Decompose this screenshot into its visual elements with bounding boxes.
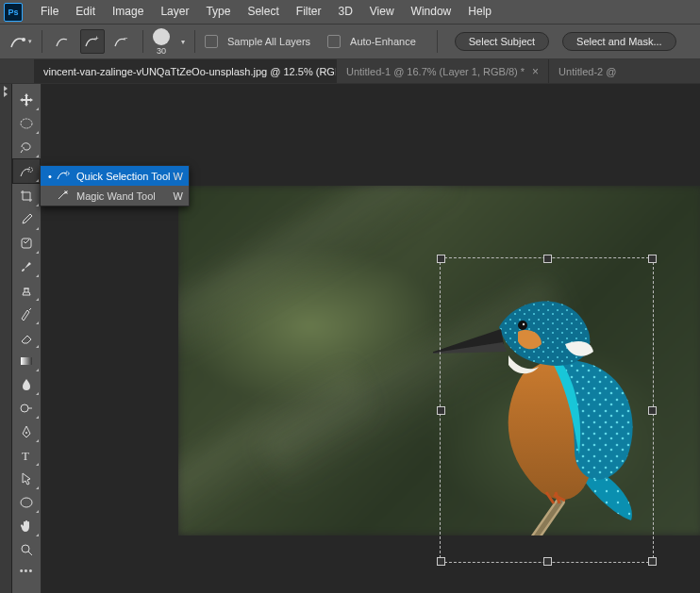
handle-w[interactable] xyxy=(437,406,445,415)
workspace: T ••• xyxy=(0,84,700,593)
menu-window[interactable]: Window xyxy=(403,0,460,24)
eyedropper-tool[interactable] xyxy=(13,207,40,231)
tab-label: Untitled-2 @ xyxy=(558,66,616,77)
brush-tool[interactable] xyxy=(13,255,40,278)
handle-ne[interactable] xyxy=(648,255,657,263)
flyout-item-magic-wand[interactable]: Magic Wand Tool W xyxy=(41,186,189,206)
tab-document-1[interactable]: Untitled-1 @ 16.7% (Layer 1, RGB/8) * × xyxy=(337,59,549,83)
lasso-tool[interactable] xyxy=(13,135,40,158)
quick-selection-tool[interactable] xyxy=(12,158,41,184)
add-to-selection-icon[interactable]: + xyxy=(80,29,105,54)
transform-bounding-box[interactable] xyxy=(440,257,654,563)
menu-filter[interactable]: Filter xyxy=(288,0,330,24)
eraser-tool[interactable] xyxy=(13,325,40,349)
crop-tool[interactable] xyxy=(13,184,40,207)
options-bar: ▾ + − 30 ▾ Sample All Layers Auto-Enhanc… xyxy=(0,24,700,59)
tab-document-0[interactable]: vincent-van-zalinge-vUNQaTtZeOo-unsplash… xyxy=(34,59,337,83)
handle-sw[interactable] xyxy=(437,557,445,566)
svg-text:−: − xyxy=(124,35,128,42)
flyout-shortcut: W xyxy=(174,171,183,182)
menu-image[interactable]: Image xyxy=(104,0,152,24)
svg-point-3 xyxy=(21,119,32,128)
menu-type[interactable]: Type xyxy=(197,0,239,24)
magic-wand-icon xyxy=(56,189,71,203)
hand-tool[interactable] xyxy=(13,514,40,537)
close-icon[interactable]: × xyxy=(532,65,539,78)
auto-enhance-checkbox[interactable] xyxy=(327,35,341,48)
healing-brush-tool[interactable] xyxy=(13,231,40,255)
tool-flyout: • Quick Selection Tool W Magic Wand Tool… xyxy=(40,165,190,206)
menu-file[interactable]: File xyxy=(32,0,67,24)
sample-all-layers-checkbox[interactable] xyxy=(205,35,218,48)
svg-text:T: T xyxy=(22,449,29,462)
svg-point-7 xyxy=(21,404,28,412)
flyout-label: Magic Wand Tool xyxy=(76,190,156,202)
path-selection-tool[interactable] xyxy=(13,467,40,490)
flyout-shortcut: W xyxy=(174,190,183,202)
ps-logo: Ps xyxy=(4,3,23,22)
clone-stamp-tool[interactable] xyxy=(13,278,40,302)
marquee-tool[interactable] xyxy=(13,111,40,135)
new-selection-icon[interactable] xyxy=(52,30,75,53)
handle-nw[interactable] xyxy=(437,255,445,263)
history-brush-tool[interactable] xyxy=(13,302,40,325)
svg-rect-5 xyxy=(22,239,31,248)
tab-label: vincent-van-zalinge-vUNQaTtZeOo-unsplash… xyxy=(43,66,337,77)
flyout-item-quick-selection[interactable]: • Quick Selection Tool W xyxy=(41,166,189,186)
active-dot-icon: • xyxy=(46,171,54,182)
menu-help[interactable]: Help xyxy=(459,0,500,24)
menu-edit[interactable]: Edit xyxy=(67,0,104,24)
menu-3d[interactable]: 3D xyxy=(329,0,360,24)
svg-point-11 xyxy=(22,545,29,552)
dodge-tool[interactable] xyxy=(13,396,40,420)
svg-point-10 xyxy=(21,498,32,507)
blur-tool[interactable] xyxy=(13,372,40,396)
handle-se[interactable] xyxy=(648,557,657,566)
document-tabs: vincent-van-zalinge-vUNQaTtZeOo-unsplash… xyxy=(0,59,700,83)
select-and-mask-button[interactable]: Select and Mask... xyxy=(562,32,676,51)
menu-layer[interactable]: Layer xyxy=(152,0,197,24)
quick-selection-icon xyxy=(56,170,71,183)
menu-view[interactable]: View xyxy=(361,0,403,24)
brush-picker[interactable]: 30 xyxy=(153,28,170,56)
subtract-from-selection-icon[interactable]: − xyxy=(110,30,133,53)
svg-point-8 xyxy=(25,432,27,434)
sample-all-layers-label: Sample All Layers xyxy=(227,36,310,47)
toolbox: T ••• xyxy=(12,84,42,593)
type-tool[interactable]: T xyxy=(13,443,40,467)
tab-document-2[interactable]: Untitled-2 @ xyxy=(549,59,700,83)
menu-select[interactable]: Select xyxy=(239,0,287,24)
svg-text:+: + xyxy=(94,35,99,42)
menubar: Ps File Edit Image Layer Type Select Fil… xyxy=(0,0,700,24)
auto-enhance-label: Auto-Enhance xyxy=(350,36,416,47)
zoom-tool[interactable] xyxy=(13,537,40,561)
gradient-tool[interactable] xyxy=(13,349,40,372)
pen-tool[interactable] xyxy=(13,420,40,443)
current-tool-icon[interactable]: ▾ xyxy=(9,30,32,53)
handle-s[interactable] xyxy=(543,557,552,566)
collapsed-panel-dock[interactable] xyxy=(0,84,12,593)
flyout-label: Quick Selection Tool xyxy=(76,171,170,182)
tab-label: Untitled-1 @ 16.7% (Layer 1, RGB/8) * xyxy=(346,66,525,77)
edit-toolbar-button[interactable]: ••• xyxy=(12,561,41,580)
handle-n[interactable] xyxy=(543,255,552,263)
move-tool[interactable] xyxy=(13,88,40,111)
canvas-area[interactable] xyxy=(42,84,700,593)
handle-e[interactable] xyxy=(648,406,657,415)
shape-tool[interactable] xyxy=(13,490,40,514)
svg-point-0 xyxy=(22,38,25,41)
svg-rect-6 xyxy=(21,357,32,365)
select-subject-button[interactable]: Select Subject xyxy=(455,32,549,51)
